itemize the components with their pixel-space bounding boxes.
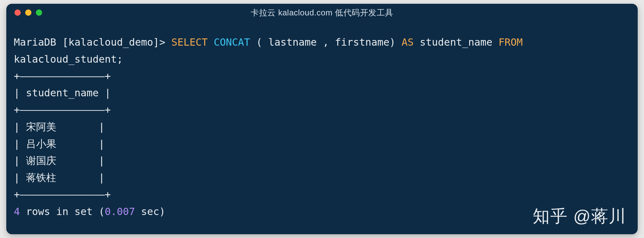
row-count: 4 (14, 206, 20, 218)
alias: student_name (420, 36, 492, 48)
kw-from: FROM (498, 36, 523, 48)
table-row: | 蒋铁柱 | (14, 172, 105, 184)
maximize-icon[interactable] (36, 9, 42, 16)
fn-concat: CONCAT (214, 36, 250, 48)
table-row: | 谢国庆 | (14, 155, 105, 167)
sql-prompt: MariaDB [kalacloud_demo]> (14, 36, 171, 48)
terminal-window: 卡拉云 kalacloud.com 低代码开发工具 MariaDB [kalac… (6, 4, 638, 234)
table-border-bot: +——————————————+ (14, 189, 111, 201)
kw-select: SELECT (171, 36, 208, 48)
kw-as: AS (402, 36, 414, 48)
watermark: 知乎 @蒋川 (533, 205, 626, 228)
minimize-icon[interactable] (25, 9, 31, 16)
window-title: 卡拉云 kalacloud.com 低代码开发工具 (251, 7, 393, 18)
table-border-mid: +——————————————+ (14, 104, 111, 116)
traffic-lights (14, 9, 42, 16)
titlebar: 卡拉云 kalacloud.com 低代码开发工具 (6, 4, 638, 21)
table-border-top: +——————————————+ (14, 70, 111, 82)
fn-args: ( lastname , firstname) (250, 36, 402, 48)
close-icon[interactable] (14, 9, 21, 16)
sql-line-2: kalacloud_student; (14, 53, 123, 65)
table-row: | 吕小果 | (14, 138, 105, 150)
terminal-output[interactable]: MariaDB [kalacloud_demo]> SELECT CONCAT … (6, 21, 638, 226)
table-header: | student_name | (14, 87, 111, 99)
query-time: 0.007 (105, 206, 135, 218)
footer-mid: rows in set ( (20, 206, 105, 218)
footer-tail: sec) (135, 206, 165, 218)
table-row: | 宋阿美 | (14, 121, 105, 133)
